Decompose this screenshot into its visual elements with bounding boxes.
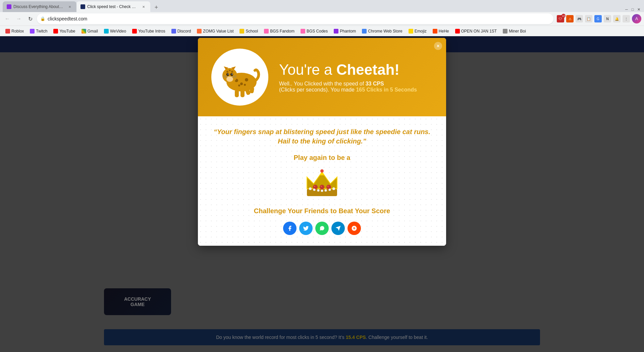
cheetah-svg [216,54,263,101]
forward-button[interactable]: → [14,14,23,23]
close-button[interactable]: ✕ [636,7,641,12]
bookmark-label-open: OPEN ON JAN 1ST [461,29,497,34]
extension-icon-4[interactable]: 📋 [585,15,592,22]
tab-favicon-phantom [7,4,11,9]
bookmark-label-roblox: Roblox [11,29,24,34]
svg-point-25 [231,71,233,73]
bookmark-hehe[interactable]: HeHe [430,27,452,35]
svg-point-19 [226,76,233,82]
tab-phantom[interactable]: Discuss Everything About Phanto... ✕ [3,1,76,12]
bookmark-icon-hehe [433,29,437,34]
modal-close-button[interactable]: × [434,42,442,50]
address-wrapper: 🔒 [37,13,553,24]
address-bar: ← → ↻ 🔒 10 🛡 ⚠ 🎮 📋 G N 🔔 ⋮ A [0,12,644,25]
tab-close-phantom[interactable]: ✕ [67,4,72,9]
bookmark-bgs-fandom[interactable]: BGS Fandom [261,27,297,35]
svg-point-41 [329,189,331,191]
crown-container [211,167,433,200]
extension-icon-6[interactable]: N [604,15,611,22]
bookmark-discord[interactable]: Discord [169,27,194,35]
page-background: Click Speed Test Kohi Click Test Jitter … [0,36,644,352]
back-button[interactable]: ← [3,14,12,23]
bookmark-icon-zomg [197,29,202,34]
share-whatsapp[interactable] [315,222,329,235]
bookmark-label-hehe: HeHe [439,29,449,34]
bookmark-gmail[interactable]: Gmail [79,27,101,35]
extension-icon-7[interactable]: 🔔 [613,15,621,22]
bookmark-school[interactable]: School [237,27,261,35]
bookmark-label-phantom: Phantom [340,29,356,34]
tab-close-click[interactable]: ✕ [141,4,146,9]
tab-title-click: Click speed test - Check Clicks pe... [87,4,138,9]
extension-icon-8[interactable]: ⋮ [623,15,630,22]
cheetah-image-container [211,49,268,106]
tab-clickspeed[interactable]: Click speed test - Check Clicks pe... ✕ [76,1,150,12]
svg-point-32 [326,185,331,189]
extension-icon-3[interactable]: 🎮 [576,15,583,22]
bookmark-youtube[interactable]: YouTube [51,27,78,35]
result-quote: “Your fingers snap at blistering speed j… [211,127,433,146]
bookmark-youtube-intros[interactable]: YouTube Intros [129,27,168,35]
svg-point-37 [313,189,316,191]
svg-rect-21 [240,90,245,97]
bookmark-label-twitch: Twitch [36,29,47,34]
bookmark-chrome-store[interactable]: Chrome Web Store [359,27,405,35]
modal-overlay: You're a Cheetah! Well.. You Clicked wit… [0,36,644,352]
bookmark-icon-phantom [334,29,338,34]
maximize-button[interactable]: □ [630,7,635,12]
bookmark-phantom[interactable]: Phantom [331,27,359,35]
bookmark-wevideo[interactable]: WeVideo [101,27,129,35]
bookmark-icon-wevideo [104,29,109,34]
svg-point-40 [325,189,327,192]
bookmark-emojiz[interactable]: Emojiz [406,27,429,35]
reload-button[interactable]: ↻ [25,14,35,23]
bookmark-icon-youtube-intros [132,29,137,34]
bookmark-zomg[interactable]: ZOMG Value List [194,27,236,35]
extension-icon-5[interactable]: G [594,15,602,22]
svg-point-34 [321,186,322,187]
modal-body: “Your fingers snap at blistering speed j… [198,116,446,246]
cps-value: 33 CPS [366,81,384,86]
bookmark-icon-roblox [5,29,10,34]
modal-header: You're a Cheetah! Well.. You Clicked wit… [198,38,446,116]
bookmark-icon-bgs-fandom [264,29,269,34]
share-facebook[interactable] [283,222,297,235]
share-twitter[interactable] [299,222,313,235]
result-description: Well.. You Clicked with the speed of 33 … [279,81,417,87]
share-telegram[interactable] [331,222,345,235]
bookmark-twitch[interactable]: Twitch [27,27,50,35]
tab-title-phantom: Discuss Everything About Phanto... [13,4,64,9]
svg-point-10 [232,74,233,75]
bookmark-label-emojiz: Emojiz [415,29,427,34]
bookmark-label-zomg: ZOMG Value List [203,29,233,34]
profile-icon[interactable]: A [632,14,641,23]
social-buttons: r/ [211,222,433,235]
bookmark-open[interactable]: OPEN ON JAN 1ST [452,27,500,35]
bookmark-icon-emojiz [409,29,413,34]
minimize-button[interactable]: ─ [624,7,629,12]
bookmark-icon-discord [171,29,176,34]
new-tab-button[interactable]: + [152,3,161,12]
svg-point-36 [309,187,312,190]
svg-point-9 [228,74,229,75]
extension-icon-2[interactable]: ⚠ [566,15,574,22]
svg-point-38 [317,189,320,192]
bookmark-miner[interactable]: Miner Boi [500,27,529,35]
svg-point-5 [244,84,246,86]
bookmark-label-miner: Miner Boi [509,29,526,34]
svg-point-3 [245,78,248,81]
svg-point-42 [332,187,335,190]
share-reddit[interactable]: r/ [347,222,361,235]
extension-icon-1[interactable]: 10 🛡 [557,15,564,22]
bookmark-bgs-codes[interactable]: BGS Codes [298,27,330,35]
bookmark-roblox[interactable]: Roblox [3,27,26,35]
address-input[interactable] [37,13,553,24]
bookmark-icon-twitch [30,29,35,34]
bookmark-label-youtube-intros: YouTube Intros [138,29,165,34]
bookmark-label-school: School [246,29,258,34]
bookmark-icon-youtube [53,29,58,34]
bookmark-label-gmail: Gmail [88,29,98,34]
bookmark-label-bgs-codes: BGS Codes [307,29,328,34]
bookmarks-bar: Roblox Twitch YouTube Gmail WeVideo YouT… [0,25,644,36]
tabs-bar: Discuss Everything About Phanto... ✕ Cli… [0,0,644,12]
